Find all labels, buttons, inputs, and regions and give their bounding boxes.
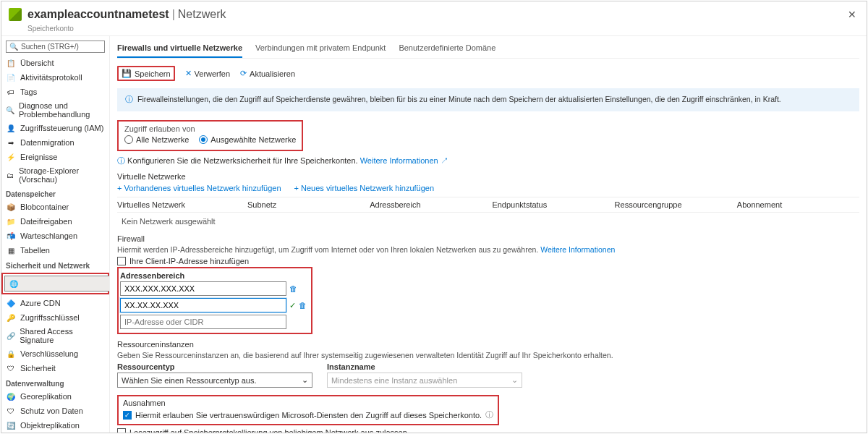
sidebar-item[interactable]: 📄Aktivitätsprotokoll (1, 70, 109, 85)
nav-icon: 🔒 (6, 349, 16, 359)
check-icon: ✓ (289, 301, 296, 310)
nav-icon: 🔷 (6, 298, 16, 308)
sidebar-item-netzwerk[interactable]: 🌐Netzwerk (4, 276, 110, 292)
nav-icon: 📦 (6, 202, 16, 212)
page-title: Netzwerk (178, 8, 226, 21)
account-name: exampleaccountnametest (27, 8, 169, 21)
nav-icon: 👤 (6, 123, 16, 133)
resource-type-select[interactable]: Wählen Sie einen Ressourcentyp aus.⌄ (117, 373, 312, 388)
nav-icon: 📋 (6, 58, 16, 68)
storage-icon (9, 8, 22, 21)
nav-icon: 🏷 (6, 87, 16, 97)
search-icon: 🔍 (9, 43, 18, 51)
ip-new[interactable] (120, 315, 286, 329)
tab-custom-domain[interactable]: Benutzerdefinierte Domäne (399, 41, 495, 58)
exceptions-heading: Ausnahmen (123, 399, 493, 407)
refresh-icon: ⟳ (240, 69, 247, 78)
info-icon: ⓘ (117, 156, 125, 165)
vnet-heading: Virtuelle Netzwerke (117, 172, 859, 181)
sidebar-item[interactable]: 📬Warteschlangen (1, 229, 109, 243)
sidebar: 🔍 Suchen (STRG+/) 📋Übersicht📄Aktivitätsp… (1, 36, 110, 433)
sidebar-item[interactable]: 🗂Storage-Explorer (Vorschau) (1, 164, 109, 186)
network-icon: 🌐 (9, 278, 19, 289)
sidebar-item[interactable]: 👤Zugriffssteuerung (IAM) (1, 121, 109, 135)
sidebar-item[interactable]: 📋Übersicht (1, 56, 109, 70)
vnet-empty: Kein Netzwerk ausgewählt (117, 213, 859, 229)
nav-icon: 🔄 (6, 420, 16, 430)
nav-icon: 🔗 (6, 331, 15, 341)
nav-icon: ➡ (6, 137, 16, 148)
ip-row-2[interactable] (120, 298, 286, 312)
nav-icon: 📬 (6, 231, 16, 241)
chevron-down-icon: ⌄ (302, 375, 308, 385)
chevron-down-icon: ⌄ (511, 375, 518, 385)
discard-button[interactable]: ✕Verwerfen (185, 69, 231, 78)
sidebar-item[interactable]: 🛡Sicherheit (1, 361, 109, 375)
sidebar-item[interactable]: 📁Dateifreigaben (1, 214, 109, 229)
radio-all-networks[interactable]: Alle Netzwerke (124, 135, 189, 144)
sidebar-item[interactable]: 🔷Azure CDN (1, 296, 109, 310)
discard-icon: ✕ (185, 69, 192, 78)
sidebar-item[interactable]: ⚡Ereignisse (1, 150, 109, 164)
search-input[interactable]: 🔍 Suchen (STRG+/) (6, 41, 105, 53)
delete-icon[interactable]: 🗑 (299, 301, 307, 310)
nav-icon: 🔑 (6, 312, 16, 323)
info-icon[interactable]: ⓘ (485, 409, 493, 420)
cb-read-logging[interactable]: Lesezugriff auf Speicherprotokollierung … (117, 428, 859, 433)
nav-icon: 🛡 (6, 406, 16, 416)
sidebar-item[interactable]: 🛡Schutz von Daten (1, 404, 109, 418)
ip-row-1[interactable] (120, 281, 286, 296)
info-icon: ⓘ (125, 95, 133, 105)
sidebar-item[interactable]: 🔗Shared Access Signature (1, 325, 109, 346)
resource-type: Speicherkonto (1, 25, 867, 35)
sidebar-item[interactable]: 🔄Objektreplikation (1, 418, 109, 433)
vnet-table-header: Virtuelles NetzwerkSubnetzAdressbereichE… (117, 197, 859, 213)
save-button[interactable]: 💾Speichern (122, 69, 171, 78)
sidebar-item[interactable]: 🌍Georeplikation (1, 389, 109, 404)
main-pane: Firewalls und virtuelle Netzwerke Verbin… (110, 36, 867, 433)
sidebar-item[interactable]: ➡Datenmigration (1, 135, 109, 150)
sidebar-item[interactable]: 🔍Diagnose und Problembehandlung (1, 99, 109, 121)
cb-trusted-services[interactable]: ✓Hiermit erlauben Sie vertrauenswürdigen… (123, 409, 493, 420)
sidebar-item[interactable]: ▦Tabellen (1, 243, 109, 258)
tab-firewalls[interactable]: Firewalls und virtuelle Netzwerke (117, 41, 242, 58)
cb-add-client-ip[interactable]: Ihre Client-IP-Adresse hinzufügen (117, 257, 859, 265)
access-label: Zugriff erlauben von (124, 124, 296, 133)
info-banner: ⓘ Firewalleinstellungen, die den Zugriff… (117, 88, 859, 111)
nav-icon: 🔍 (6, 105, 14, 115)
group-datenverwaltung: Datenverwaltung (1, 375, 109, 389)
close-icon[interactable]: ✕ (845, 6, 859, 23)
address-range-label: Adressenbereich (120, 270, 310, 281)
link-more-info[interactable]: Weitere Informationen ↗ (360, 156, 448, 165)
nav-icon: 📄 (6, 72, 16, 82)
sidebar-item[interactable]: 🏷Tags (1, 85, 109, 99)
ri-heading: Ressourceninstanzen (117, 340, 859, 349)
nav-icon: 🌍 (6, 391, 16, 401)
sidebar-item[interactable]: 🔑Zugriffsschlüssel (1, 310, 109, 325)
nav-icon: 📁 (6, 216, 16, 226)
link-fw-info[interactable]: Weitere Informationen (540, 245, 615, 254)
add-existing-vnet[interactable]: + Vorhandenes virtuelles Netzwerk hinzuf… (117, 184, 281, 192)
nav-icon: ⚡ (6, 152, 16, 162)
group-sicherheit: Sicherheit und Netzwerk (1, 258, 109, 271)
nav-icon: ▦ (6, 245, 16, 255)
delete-icon[interactable]: 🗑 (289, 284, 297, 293)
nav-icon: 🗂 (6, 170, 14, 180)
nav-icon: 🛡 (6, 363, 16, 373)
firewall-heading: Firewall (117, 234, 859, 243)
radio-selected-networks[interactable]: Ausgewählte Netzwerke (199, 135, 296, 144)
sidebar-item[interactable]: 📦Blobcontainer (1, 200, 109, 214)
tab-private-endpoints[interactable]: Verbindungen mit privatem Endpunkt (255, 41, 386, 58)
add-new-vnet[interactable]: + Neues virtuelles Netzwerk hinzufügen (294, 184, 435, 192)
refresh-button[interactable]: ⟳Aktualisieren (240, 69, 295, 78)
sidebar-item[interactable]: 🔒Verschlüsselung (1, 346, 109, 361)
group-datenspeicher: Datenspeicher (1, 186, 109, 200)
save-icon: 💾 (122, 69, 132, 78)
instance-name-select: Mindestens eine Instanz auswählen⌄ (327, 373, 522, 388)
